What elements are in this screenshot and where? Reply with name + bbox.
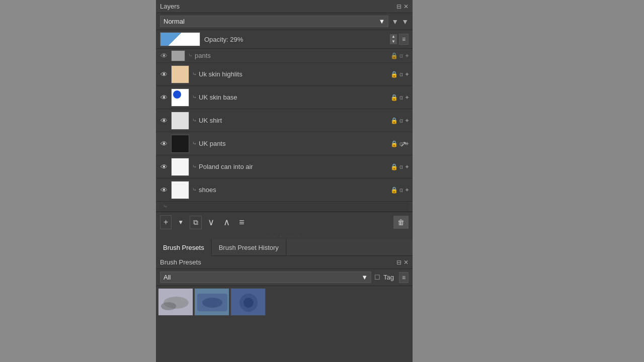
opacity-up-button[interactable]: ▲ <box>390 34 397 39</box>
brush-panel-title-icons: ⊟ ✕ <box>396 259 409 266</box>
fx-icon[interactable]: ✦ <box>405 117 410 124</box>
layer-settings-button[interactable]: ≡ <box>236 215 248 230</box>
layers-list: 👁 ⤷ pants 🔒 α ✦ 👁 ⤷ Uk skin highlits 🔒 <box>156 49 413 212</box>
background-right <box>413 0 644 362</box>
layer-name: UK skin base <box>199 94 390 101</box>
layer-name: Poland can into air <box>199 163 390 170</box>
lock-icon[interactable]: 🔒 <box>390 117 398 124</box>
link-icon: ⤷ <box>192 71 197 77</box>
layer-row[interactable]: 👁 ⤷ Uk skin highlits 🔒 α ✦ <box>156 63 413 86</box>
eye-icon[interactable]: 👁 <box>159 139 169 149</box>
alpha-icon[interactable]: α <box>399 94 403 101</box>
layer-actions: 🔒 α ✦ <box>390 94 410 101</box>
tag-icon[interactable]: ☐ <box>374 274 380 281</box>
alpha-icon[interactable]: α <box>399 163 403 170</box>
brush-filter-bar: All ▼ ☐ Tag ≡ <box>156 269 413 286</box>
blend-mode-value: Normal <box>164 18 185 25</box>
brush-thumbnail[interactable] <box>194 288 229 316</box>
layer-thumbnail <box>171 112 189 130</box>
brush-thumbnail[interactable] <box>158 288 193 316</box>
layer-thumb-blob <box>173 90 181 99</box>
opacity-label: Opacity: 29% <box>204 36 387 43</box>
move-layer-up-button[interactable]: ∧ <box>220 215 233 230</box>
link-icon: ⤷ <box>192 94 197 101</box>
layer-row[interactable]: 👁 ⤷ UK shirt 🔒 α ✦ <box>156 109 413 132</box>
add-layer-arrow-button[interactable]: ▼ <box>175 217 187 228</box>
brush-list-view-button[interactable]: ≡ <box>399 272 409 283</box>
layer-thumbnail <box>171 50 185 61</box>
opacity-stepper[interactable]: ▲ ▼ <box>390 34 397 44</box>
brush-panel-close-icon[interactable]: ✕ <box>404 259 409 266</box>
alpha-icon[interactable]: α <box>399 187 403 194</box>
tab-brush-presets-label: Brush Presets <box>163 244 204 251</box>
layers-minimize-icon[interactable]: ⊟ <box>396 3 401 10</box>
fx-icon[interactable]: ✦ <box>405 71 410 78</box>
add-layer-button[interactable]: + <box>160 215 172 229</box>
layer-actions: 🔒 α ✦ <box>390 52 410 59</box>
layer-thumbnail <box>171 65 189 83</box>
layers-bottom-toolbar: + ▼ ⧉ ∨ ∧ ≡ 🗑 <box>156 212 413 232</box>
link-icon: ⤷ <box>188 52 193 59</box>
brush-filter-arrow-icon: ▼ <box>361 274 368 281</box>
blend-mode-dropdown[interactable]: Normal ▼ <box>160 16 388 27</box>
eye-icon[interactable]: 👁 <box>159 69 169 79</box>
layer-name: shoes <box>199 186 390 194</box>
layer-thumbnail <box>171 158 189 176</box>
eye-icon[interactable]: 👁 <box>159 93 169 103</box>
eye-icon[interactable]: 👁 <box>159 116 169 126</box>
layer-row[interactable]: 👁 ⤷ UK skin base 🔒 α ✦ <box>156 86 413 109</box>
tag-label: Tag <box>383 274 394 281</box>
lock-icon[interactable]: 🔒 <box>390 140 398 147</box>
fx-icon[interactable]: ✦ <box>405 52 410 59</box>
lock-icon[interactable]: 🔒 <box>390 71 398 78</box>
layer-row[interactable]: 👁 ⤷ UK pants 🔒 α ✦ ↗ <box>156 132 413 155</box>
brush-panel-minimize-icon[interactable]: ⊟ <box>396 259 401 266</box>
layers-panel-title: Layers <box>160 3 180 10</box>
blend-mode-bar: Normal ▼ ▼ ▼ <box>156 13 413 30</box>
layer-thumbnail <box>171 181 189 199</box>
delete-layer-button[interactable]: 🗑 <box>393 216 409 229</box>
tab-brush-preset-history[interactable]: Brush Preset History <box>212 240 286 255</box>
brush-thumb-svg <box>231 289 266 316</box>
brush-panel-title: Brush Presets <box>160 258 201 266</box>
fx-icon[interactable]: ✦ <box>405 163 410 170</box>
lock-icon[interactable]: 🔒 <box>390 163 398 170</box>
layer-row[interactable]: 👁 ⤷ Poland can into air 🔒 α ✦ <box>156 155 413 178</box>
layers-close-icon[interactable]: ✕ <box>404 3 409 10</box>
opacity-bar: Opacity: 29% ▲ ▼ ≡ <box>156 30 413 49</box>
filter-icon[interactable]: ▼ <box>391 18 398 26</box>
alpha-icon[interactable]: α <box>399 52 403 59</box>
layer-row[interactable]: 👁 ⤷ pants 🔒 α ✦ <box>156 49 413 63</box>
brush-filter-dropdown[interactable]: All ▼ <box>160 272 371 283</box>
lock-icon[interactable]: 🔒 <box>390 187 398 194</box>
duplicate-layer-button[interactable]: ⧉ <box>190 216 202 229</box>
brush-tabs: Brush Presets Brush Preset History <box>156 240 413 256</box>
layer-actions: 🔒 α ✦ <box>390 187 410 194</box>
layers-title-icons: ⊟ ✕ <box>396 3 409 10</box>
lock-icon[interactable]: 🔒 <box>390 52 398 59</box>
layer-actions: 🔒 α ✦ <box>390 71 410 78</box>
alpha-icon[interactable]: α <box>399 71 403 78</box>
brush-thumbnails <box>156 286 413 318</box>
brush-thumbnail[interactable] <box>230 288 266 316</box>
eye-icon[interactable]: 👁 <box>159 51 169 61</box>
opacity-down-button[interactable]: ▼ <box>390 39 397 44</box>
brush-thumb-svg <box>195 289 229 316</box>
layer-options-button[interactable]: ≡ <box>399 34 409 45</box>
layer-actions: 🔒 α ✦ <box>390 163 410 170</box>
layer-name: UK pants <box>199 140 390 147</box>
layers-title-bar: Layers ⊟ ✕ <box>156 0 413 13</box>
layer-row[interactable]: ⤷ <box>156 202 413 212</box>
eye-icon[interactable]: 👁 <box>159 185 169 195</box>
fx-icon[interactable]: ✦ <box>405 94 410 101</box>
eye-icon[interactable]: 👁 <box>159 162 169 172</box>
filter-extra-icon[interactable]: ▼ <box>401 18 409 26</box>
alpha-icon[interactable]: α <box>399 117 403 124</box>
lock-icon[interactable]: 🔒 <box>390 94 398 101</box>
fx-icon[interactable]: ✦ <box>405 187 410 194</box>
svg-point-1 <box>161 302 176 310</box>
move-layer-down-button[interactable]: ∨ <box>205 215 217 230</box>
layer-row[interactable]: 👁 ⤷ shoes 🔒 α ✦ <box>156 178 413 202</box>
tab-brush-presets[interactable]: Brush Presets <box>156 240 212 255</box>
tab-brush-preset-history-label: Brush Preset History <box>219 244 279 251</box>
